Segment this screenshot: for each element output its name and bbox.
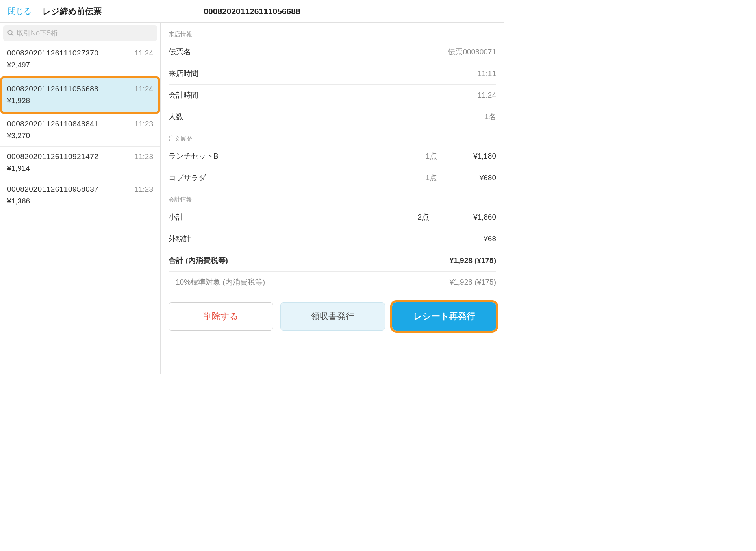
value-tax-excl: ¥68	[429, 235, 496, 243]
label-slip-name: 伝票名	[169, 47, 191, 57]
search-input[interactable]	[17, 29, 153, 37]
order-price: ¥1,180	[437, 152, 496, 161]
order-price: ¥680	[437, 174, 496, 182]
order-row: ランチセットB1点¥1,180	[169, 146, 496, 167]
row-total: 合計 (内消費税等) ¥1,928 (¥175)	[169, 250, 496, 272]
order-row: コブサラダ1点¥680	[169, 167, 496, 189]
row-visit-time: 来店時間 11:11	[169, 63, 496, 85]
search-box[interactable]	[3, 25, 157, 41]
label-tax10: 10%標準対象 (内消費税等)	[169, 277, 429, 287]
label-subtotal: 小計	[169, 212, 394, 222]
transaction-amount: ¥2,497	[7, 61, 153, 69]
value-checkout-time: 11:24	[477, 91, 496, 100]
svg-line-1	[11, 34, 13, 36]
transaction-time: 11:23	[134, 185, 153, 194]
transaction-id: 000820201126110921472	[7, 152, 98, 161]
order-qty: 1点	[402, 151, 437, 161]
label-checkout-time: 会計時間	[169, 90, 198, 100]
transaction-amount: ¥1,928	[7, 96, 153, 105]
section-summary: 会計情報	[169, 196, 496, 203]
sidebar: 00082020112611102737011:24¥2,49700082020…	[0, 23, 161, 374]
transaction-time: 11:23	[134, 152, 153, 161]
transaction-amount: ¥1,366	[7, 197, 153, 205]
transaction-item[interactable]: 00082020112611084884111:23¥3,270	[0, 114, 160, 147]
action-bar: 削除する 領収書発行 レシート再発行	[169, 293, 496, 340]
value-guests: 1名	[484, 112, 496, 122]
order-name: ランチセットB	[169, 151, 402, 161]
row-checkout-time: 会計時間 11:24	[169, 85, 496, 106]
transaction-time: 11:24	[134, 85, 153, 93]
svg-point-0	[8, 30, 12, 35]
row-tax-excl: 外税計 ¥68	[169, 228, 496, 250]
transaction-item[interactable]: 00082020112611092147211:23¥1,914	[0, 147, 160, 179]
row-guests: 人数 1名	[169, 106, 496, 128]
header: 閉じる レジ締め前伝票 000820201126111056688	[0, 0, 504, 23]
transaction-time: 11:23	[134, 120, 153, 128]
label-visit-time: 来店時間	[169, 68, 198, 79]
label-total: 合計 (内消費税等)	[169, 255, 429, 266]
order-qty: 1点	[402, 173, 437, 183]
qty-subtotal: 2点	[394, 212, 429, 222]
receipt-button[interactable]: 領収書発行	[280, 302, 385, 331]
detail-pane: 来店情報 伝票名 伝票00080071 来店時間 11:11 会計時間 11:2…	[161, 23, 504, 374]
transaction-amount: ¥1,914	[7, 164, 153, 173]
row-slip-name: 伝票名 伝票00080071	[169, 41, 496, 63]
delete-button[interactable]: 削除する	[169, 302, 273, 331]
value-tax10: ¥1,928 (¥175)	[429, 278, 496, 287]
close-button[interactable]: 閉じる	[8, 6, 32, 17]
transaction-item[interactable]: 00082020112611105668811:24¥1,928	[0, 76, 160, 114]
transaction-id: 000820201126111027370	[7, 49, 98, 57]
transaction-list: 00082020112611102737011:24¥2,49700082020…	[0, 43, 160, 374]
value-subtotal: ¥1,860	[429, 213, 496, 222]
row-subtotal: 小計 2点 ¥1,860	[169, 207, 496, 228]
value-slip-name: 伝票00080071	[448, 47, 496, 57]
order-name: コブサラダ	[169, 173, 402, 183]
reprint-receipt-button[interactable]: レシート再発行	[392, 302, 496, 331]
transaction-time: 11:24	[134, 49, 153, 57]
transaction-id: 000820201126111056688	[7, 85, 98, 93]
page-title-left: レジ締め前伝票	[43, 6, 102, 17]
transaction-item[interactable]: 00082020112611102737011:24¥2,497	[0, 43, 160, 76]
row-tax10: 10%標準対象 (内消費税等) ¥1,928 (¥175)	[169, 272, 496, 293]
transaction-id: 000820201126110958037	[7, 185, 98, 194]
transaction-amount: ¥3,270	[7, 131, 153, 140]
section-order-history: 注文履歴	[169, 135, 496, 142]
label-guests: 人数	[169, 112, 183, 122]
label-tax-excl: 外税計	[169, 234, 429, 244]
transaction-item[interactable]: 00082020112611095803711:23¥1,366	[0, 179, 160, 212]
search-icon	[7, 30, 14, 37]
transaction-id: 000820201126110848841	[7, 120, 98, 128]
value-visit-time: 11:11	[477, 69, 496, 78]
section-visit-info: 来店情報	[169, 31, 496, 38]
value-total: ¥1,928 (¥175)	[429, 256, 496, 265]
